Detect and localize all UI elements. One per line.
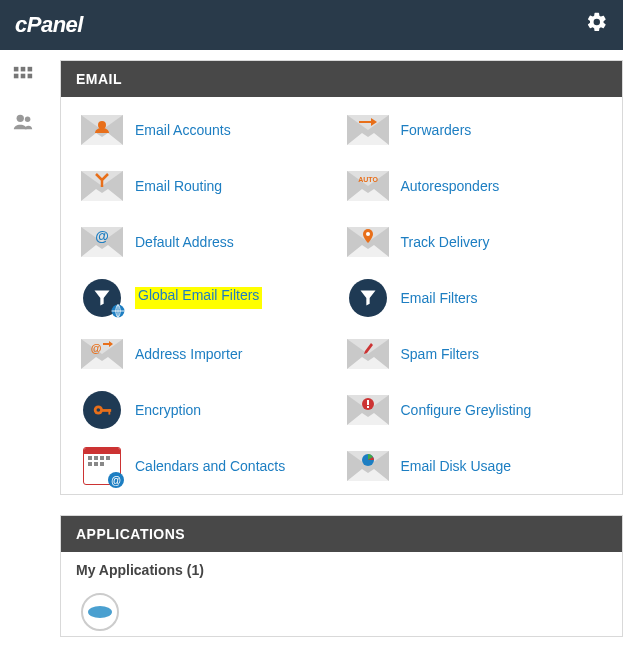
svg-rect-5 (27, 74, 32, 79)
svg-rect-3 (13, 74, 18, 79)
svg-rect-4 (20, 74, 25, 79)
top-bar: cPanel (0, 0, 623, 50)
item-label: Track Delivery (401, 234, 490, 250)
svg-rect-19 (367, 400, 369, 405)
svg-rect-26 (94, 462, 98, 466)
item-label: Email Accounts (135, 122, 231, 138)
fork-envelope-icon (81, 168, 123, 204)
svg-point-8 (98, 121, 106, 129)
email-panel: EMAIL Email Accounts Forwarders (60, 60, 623, 495)
svg-text:@: @ (95, 228, 109, 244)
item-label: Configure Greylisting (401, 402, 532, 418)
my-applications-heading: My Applications (1) (61, 552, 622, 588)
svg-rect-27 (100, 462, 104, 466)
item-spam-filters[interactable]: Spam Filters (347, 336, 603, 372)
application-icon[interactable] (81, 593, 119, 631)
svg-rect-22 (94, 456, 98, 460)
item-global-email-filters[interactable]: Global Email Filters (81, 280, 337, 316)
item-email-routing[interactable]: Email Routing (81, 168, 337, 204)
svg-point-6 (16, 115, 23, 122)
item-label: Global Email Filters (135, 287, 262, 309)
item-encryption[interactable]: Encryption (81, 392, 337, 428)
at-arrow-envelope-icon: @ (81, 336, 123, 372)
auto-envelope-icon: AUTO (347, 168, 389, 204)
svg-rect-17 (108, 409, 110, 415)
arrow-envelope-icon (347, 112, 389, 148)
item-configure-greylisting[interactable]: Configure Greylisting (347, 392, 603, 428)
item-label: Default Address (135, 234, 234, 250)
svg-rect-23 (100, 456, 104, 460)
svg-rect-21 (88, 456, 92, 460)
svg-rect-25 (88, 462, 92, 466)
logo-text: cPanel (15, 12, 83, 37)
svg-rect-2 (27, 67, 32, 72)
svg-point-29 (88, 606, 112, 618)
warning-envelope-icon (347, 392, 389, 428)
calendar-icon: @ (81, 448, 123, 484)
svg-rect-0 (13, 67, 18, 72)
svg-rect-1 (20, 67, 25, 72)
person-envelope-icon (81, 112, 123, 148)
applications-panel: APPLICATIONS My Applications (1) (60, 515, 623, 637)
item-label: Autoresponders (401, 178, 500, 194)
funnel-globe-icon (81, 280, 123, 316)
item-default-address[interactable]: @ Default Address (81, 224, 337, 260)
item-forwarders[interactable]: Forwarders (347, 112, 603, 148)
pin-envelope-icon (347, 224, 389, 260)
item-email-disk-usage[interactable]: Email Disk Usage (347, 448, 603, 484)
pie-envelope-icon (347, 448, 389, 484)
item-label: Email Filters (401, 290, 478, 306)
item-label: Email Routing (135, 178, 222, 194)
cpanel-logo[interactable]: cPanel (15, 12, 83, 38)
item-autoresponders[interactable]: AUTO Autoresponders (347, 168, 603, 204)
svg-point-7 (24, 117, 30, 123)
svg-text:@: @ (91, 342, 102, 354)
apps-grid-icon[interactable] (12, 65, 34, 91)
item-label: Email Disk Usage (401, 458, 511, 474)
item-email-accounts[interactable]: Email Accounts (81, 112, 337, 148)
item-email-filters[interactable]: Email Filters (347, 280, 603, 316)
item-address-importer[interactable]: @ Address Importer (81, 336, 337, 372)
svg-rect-24 (106, 456, 110, 460)
funnel-icon (347, 280, 389, 316)
key-icon (81, 392, 123, 428)
at-envelope-icon: @ (81, 224, 123, 260)
item-track-delivery[interactable]: Track Delivery (347, 224, 603, 260)
item-label: Address Importer (135, 346, 242, 362)
item-label: Spam Filters (401, 346, 480, 362)
pen-envelope-icon (347, 336, 389, 372)
item-label: Forwarders (401, 122, 472, 138)
svg-text:AUTO: AUTO (358, 176, 378, 183)
users-icon[interactable] (11, 111, 35, 137)
sidebar (0, 50, 45, 653)
svg-rect-20 (367, 406, 369, 408)
item-calendars-contacts[interactable]: @ Calendars and Contacts (81, 448, 337, 484)
email-panel-header[interactable]: EMAIL (61, 61, 622, 97)
settings-icon[interactable] (586, 11, 608, 39)
applications-panel-header[interactable]: APPLICATIONS (61, 516, 622, 552)
svg-point-15 (97, 408, 101, 412)
svg-point-11 (366, 232, 370, 236)
item-label: Encryption (135, 402, 201, 418)
item-label: Calendars and Contacts (135, 458, 285, 474)
